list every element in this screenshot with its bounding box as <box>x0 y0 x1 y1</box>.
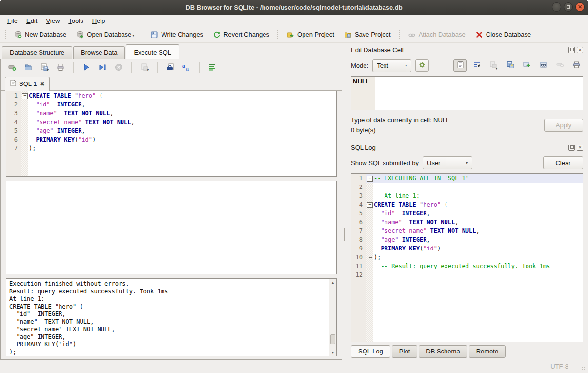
results-scrollbar[interactable]: ▲ ▼ <box>329 279 336 356</box>
open-tab-button[interactable] <box>7 62 18 73</box>
title-bar[interactable]: DB Browser for SQLite - /home/user/code/… <box>0 0 588 15</box>
line-number: 7 <box>351 227 366 235</box>
float-dock-icon[interactable] <box>568 145 575 151</box>
sql-log-editor[interactable]: 1-- EXECUTING ALL IN 'SQL 1'2--3-- At li… <box>351 173 583 342</box>
word-wrap-button[interactable] <box>470 59 484 72</box>
code-line: 9 PRIMARY KEY("id") <box>351 244 583 253</box>
revert-changes-button[interactable]: Revert Changes <box>209 29 273 41</box>
toolbar-grip[interactable] <box>277 30 279 40</box>
code-line: 12 <box>351 270 583 279</box>
find-button[interactable] <box>165 62 176 73</box>
clear-log-button[interactable]: Clear <box>543 156 583 169</box>
auto-switch-mode-button[interactable] <box>415 59 429 72</box>
close-database-button[interactable]: Close Database <box>471 29 535 41</box>
scroll-down-icon[interactable]: ▼ <box>329 349 336 356</box>
tab-remote[interactable]: Remote <box>469 345 506 358</box>
close-dock-icon[interactable]: ✕ <box>577 145 583 151</box>
write-changes-button[interactable]: Write Changes <box>146 29 207 41</box>
cell-value-editor[interactable]: NULL <box>351 76 583 110</box>
execute-current-line-icon <box>98 63 107 73</box>
open-sql-file-button[interactable] <box>23 62 34 73</box>
tab-sql-log[interactable]: SQL Log <box>351 345 390 358</box>
tab-browse-data[interactable]: Browse Data <box>73 46 125 59</box>
fold-spacer <box>366 262 373 270</box>
splitter-handle[interactable] <box>1 274 342 278</box>
results-grid-pane[interactable] <box>6 181 337 274</box>
edit-cell-dock-header: Edit Database Cell ✕ <box>347 44 583 56</box>
text-mode-button[interactable] <box>453 59 467 72</box>
execution-log-pane[interactable]: Execution finished without errors. Resul… <box>6 278 337 356</box>
sql-log-filter-select[interactable]: User ▾ <box>423 156 472 169</box>
main-toolbar: New Database Open Database ▾ Write Chang… <box>0 26 588 43</box>
save-project-label: Save Project <box>355 31 391 38</box>
maximize-icon[interactable] <box>564 2 573 12</box>
code-line: 1CREATE TABLE "hero" ( <box>6 91 336 100</box>
print-cell-button[interactable] <box>569 59 583 72</box>
line-number: 8 <box>351 235 366 244</box>
font-letters-button[interactable]: aa <box>181 62 192 73</box>
sql-editor[interactable]: 1CREATE TABLE "hero" (2 "id" INTEGER,3 "… <box>6 91 337 177</box>
save-as-button[interactable] <box>503 59 517 72</box>
new-database-icon <box>14 31 22 39</box>
code-text: "id" INTEGER, <box>28 100 336 109</box>
new-database-button[interactable]: New Database <box>10 29 70 41</box>
fold-marker-icon[interactable] <box>366 200 373 209</box>
code-line: 7); <box>6 144 336 153</box>
format-lines-button[interactable] <box>207 62 218 73</box>
code-text: CREATE TABLE "hero" ( <box>373 200 583 209</box>
code-text: PRIMARY KEY("id") <box>373 244 583 253</box>
link-button[interactable] <box>536 59 550 72</box>
code-text: -- At line 1: <box>373 191 583 200</box>
line-number: 3 <box>351 191 366 200</box>
vertical-splitter[interactable] <box>342 43 345 360</box>
menu-help[interactable]: Help <box>88 16 110 26</box>
menu-file[interactable]: File <box>3 16 22 26</box>
float-dock-icon[interactable] <box>568 47 575 53</box>
bottom-tab-bar: SQL Log Plot DB Schema Remote <box>347 345 583 360</box>
toolbar-grip[interactable] <box>4 30 7 40</box>
dropdown-caret-icon[interactable]: ▾ <box>132 33 134 38</box>
open-external-button[interactable] <box>520 59 533 72</box>
scroll-track[interactable] <box>329 286 336 349</box>
splitter-handle[interactable] <box>1 177 342 181</box>
open-sql-file-icon <box>24 63 33 73</box>
dropdown-caret-icon[interactable]: ▾ <box>47 68 49 72</box>
scroll-up-icon[interactable]: ▲ <box>329 279 336 286</box>
tab-database-structure[interactable]: Database Structure <box>2 46 72 59</box>
mode-select-value: Text <box>377 62 388 69</box>
menu-edit[interactable]: Edit <box>22 16 41 26</box>
line-number: 4 <box>6 118 21 126</box>
open-project-icon <box>286 31 294 39</box>
set-null-icon <box>556 61 564 70</box>
code-line: 8 "age" INTEGER, <box>351 235 583 244</box>
menu-view[interactable]: View <box>41 16 64 26</box>
tab-execute-sql[interactable]: Execute SQL <box>126 44 179 59</box>
import-data-button: ▾ <box>487 59 500 72</box>
splitter-handle[interactable] <box>347 138 583 142</box>
open-database-button[interactable]: Open Database ▾ <box>72 29 138 41</box>
fold-marker-icon[interactable] <box>21 91 28 100</box>
close-icon[interactable]: ✕ <box>575 2 585 12</box>
code-line: 10); <box>351 253 583 262</box>
sql-doc-tab[interactable]: SQL 1 ✖ <box>5 77 50 91</box>
line-number: 1 <box>351 174 366 183</box>
line-number: 5 <box>351 209 366 218</box>
font-letters-icon: aa <box>182 63 191 73</box>
close-tab-icon[interactable]: ✖ <box>40 81 44 87</box>
mode-select[interactable]: Text ▾ <box>372 59 411 72</box>
scrollbar-thumb[interactable] <box>330 334 335 344</box>
cell-toolbar: ▾ <box>453 59 583 72</box>
save-sql-file-button[interactable]: ▾ <box>39 62 50 73</box>
close-dock-icon[interactable]: ✕ <box>577 47 583 53</box>
tab-db-schema[interactable]: DB Schema <box>419 345 467 358</box>
menu-tools[interactable]: Tools <box>64 16 87 26</box>
toolbar-grip[interactable] <box>398 30 401 40</box>
execute-all-button[interactable] <box>81 62 92 73</box>
print-button[interactable] <box>55 62 66 73</box>
minimize-icon[interactable]: − <box>552 2 561 12</box>
save-project-button[interactable]: Save Project <box>340 29 395 41</box>
fold-marker-icon[interactable] <box>366 174 373 183</box>
open-project-button[interactable]: Open Project <box>283 29 338 41</box>
tab-plot[interactable]: Plot <box>392 345 417 358</box>
execute-current-line-button[interactable] <box>97 62 108 73</box>
